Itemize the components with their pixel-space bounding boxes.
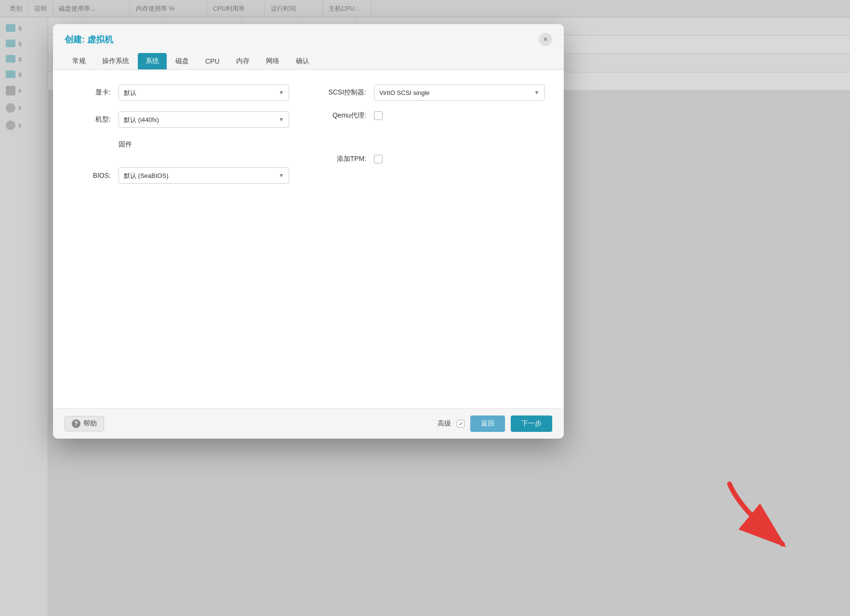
- machine-type-select[interactable]: 默认 (i440fx): [119, 111, 289, 128]
- help-icon: ?: [72, 419, 80, 428]
- create-vm-dialog: 创建: 虚拟机 × 常规 操作系统 系统 磁盘 CPU 内存 网络 确认 显卡:…: [53, 24, 564, 439]
- display-card-select[interactable]: 默认: [119, 84, 289, 101]
- bios-select-wrapper: 默认 (SeaBIOS) ▼: [119, 167, 289, 184]
- tab-confirm[interactable]: 确认: [288, 53, 317, 69]
- add-tpm-checkbox[interactable]: [374, 155, 383, 163]
- tab-network[interactable]: 网络: [258, 53, 287, 69]
- add-tpm-label: 添加TPM:: [328, 155, 366, 163]
- qemu-agent-label: Qemu代理:: [328, 111, 366, 120]
- form-section: 显卡: 默认 ▼ 机型: 默认 (i440fx): [72, 84, 545, 194]
- dialog-body: 显卡: 默认 ▼ 机型: 默认 (i440fx): [53, 70, 564, 408]
- bios-select[interactable]: 默认 (SeaBIOS): [119, 167, 289, 184]
- tab-general[interactable]: 常规: [65, 53, 93, 69]
- machine-type-row: 机型: 默认 (i440fx) ▼: [72, 111, 289, 128]
- form-left: 显卡: 默认 ▼ 机型: 默认 (i440fx): [72, 84, 289, 194]
- display-card-row: 显卡: 默认 ▼: [72, 84, 289, 101]
- advanced-checkbox[interactable]: [457, 420, 465, 428]
- tab-os[interactable]: 操作系统: [94, 53, 137, 69]
- tab-disk[interactable]: 磁盘: [168, 53, 197, 69]
- advanced-label: 高级: [438, 419, 451, 428]
- scsi-controller-row: SCSI控制器: VirtIO SCSI single ▼: [328, 84, 545, 101]
- dialog-title: 创建: 虚拟机: [65, 34, 113, 45]
- firmware-heading: 固件: [119, 140, 132, 149]
- tab-system[interactable]: 系统: [138, 53, 167, 69]
- display-card-select-wrapper: 默认 ▼: [119, 84, 289, 101]
- help-button[interactable]: ? 帮助: [65, 416, 104, 431]
- help-label: 帮助: [83, 419, 97, 428]
- back-button[interactable]: 返回: [470, 415, 505, 432]
- add-tpm-row: 添加TPM:: [328, 155, 545, 163]
- firmware-heading-row: 固件: [72, 138, 289, 157]
- scsi-controller-label: SCSI控制器:: [328, 88, 366, 97]
- close-button[interactable]: ×: [539, 33, 552, 46]
- tab-bar: 常规 操作系统 系统 磁盘 CPU 内存 网络 确认: [53, 46, 564, 70]
- scsi-controller-select-wrapper: VirtIO SCSI single ▼: [374, 84, 545, 101]
- form-right: SCSI控制器: VirtIO SCSI single ▼ Qemu代理: 添: [328, 84, 545, 194]
- footer-right: 高级 返回 下一步: [438, 415, 552, 432]
- qemu-agent-checkbox[interactable]: [374, 111, 383, 120]
- machine-type-label: 机型:: [72, 115, 111, 124]
- next-button[interactable]: 下一步: [511, 415, 552, 432]
- display-card-label: 显卡:: [72, 88, 111, 97]
- bios-label: BIOS:: [72, 172, 111, 179]
- dialog-footer: ? 帮助 高级 返回 下一步: [53, 408, 564, 439]
- qemu-agent-row: Qemu代理:: [328, 111, 545, 120]
- tab-cpu[interactable]: CPU: [198, 53, 227, 69]
- dialog-header: 创建: 虚拟机 ×: [53, 24, 564, 46]
- bios-row: BIOS: 默认 (SeaBIOS) ▼: [72, 167, 289, 184]
- tab-memory[interactable]: 内存: [228, 53, 257, 69]
- scsi-controller-select[interactable]: VirtIO SCSI single: [374, 84, 545, 101]
- machine-type-select-wrapper: 默认 (i440fx) ▼: [119, 111, 289, 128]
